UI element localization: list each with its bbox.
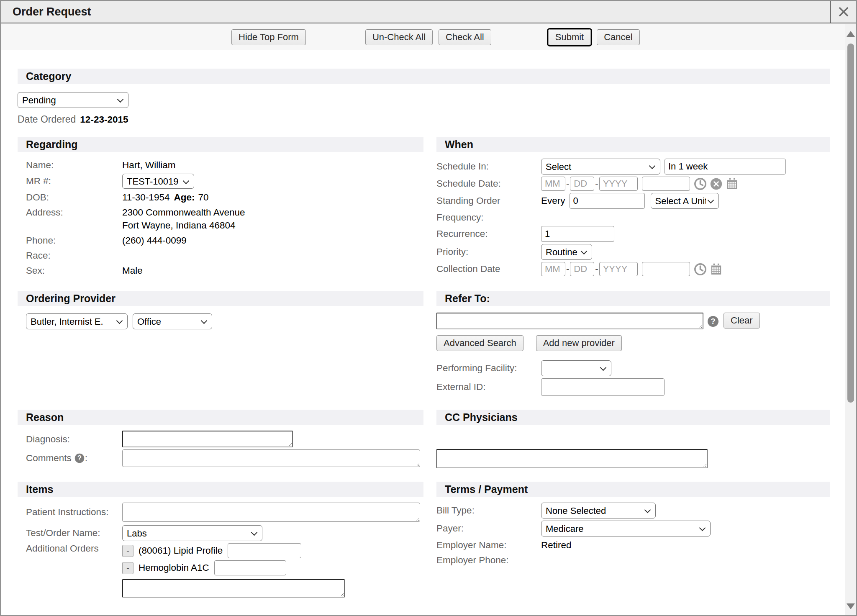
schedule-day-input[interactable]: [570, 177, 594, 191]
cc-physicians-header: CC Physicians: [436, 410, 830, 425]
when-header: When: [436, 137, 830, 152]
add-new-provider-button[interactable]: Add new provider: [536, 335, 622, 351]
bill-type-select-wrap: None Selected: [541, 503, 656, 518]
cc-physicians-section: CC Physicians: [436, 410, 830, 470]
schedule-year-input[interactable]: [599, 177, 638, 191]
terms-payment-section: Terms / Payment Bill Type: None Selected…: [436, 482, 830, 601]
mr-label: MR #:: [18, 176, 122, 187]
schedule-in-select-wrap: Select: [541, 159, 660, 175]
collection-calendar-icon[interactable]: [709, 262, 723, 276]
refer-to-help-icon[interactable]: [707, 315, 719, 328]
form-content: Category Pending Date Ordered 12-23-2015…: [1, 69, 845, 615]
additional-orders-input[interactable]: [122, 579, 345, 598]
cc-physicians-input[interactable]: [436, 449, 708, 468]
when-section: When Schedule In: Select Schedule Date: …: [436, 137, 830, 279]
collection-month-input[interactable]: [541, 262, 565, 276]
refer-to-section: Refer To: Clear Advanced Search Add new …: [436, 291, 830, 398]
standing-order-label: Standing Order: [436, 195, 541, 206]
priority-select[interactable]: Routine: [541, 244, 592, 260]
every-input[interactable]: [570, 193, 645, 209]
title-bar: Order Request: [1, 1, 856, 23]
regarding-section: Regarding Name:Hart, William MR #: TEST-…: [18, 137, 423, 279]
remove-order-button[interactable]: -: [122, 562, 133, 574]
dialog-title: Order Request: [1, 1, 830, 23]
priority-select-wrap: Routine: [541, 244, 592, 260]
unit-select[interactable]: Select A Unit: [651, 193, 719, 209]
remove-order-button[interactable]: -: [122, 545, 133, 557]
collection-year-input[interactable]: [599, 262, 638, 276]
category-select[interactable]: Pending: [18, 92, 128, 108]
provider-select[interactable]: Butler, Internist E.: [26, 313, 128, 329]
scroll-down-arrow[interactable]: [847, 603, 855, 609]
order-label: Hemoglobin A1C: [139, 562, 209, 573]
scroll-up-arrow[interactable]: [847, 31, 855, 37]
advanced-search-button[interactable]: Advanced Search: [436, 335, 523, 351]
patient-instructions-input[interactable]: [122, 503, 420, 522]
every-label: Every: [541, 195, 565, 206]
dialog-body: Hide Top Form Un-Check All Check All Sub…: [1, 24, 845, 615]
date-ordered-value: 12-23-2015: [80, 114, 128, 125]
schedule-in-select[interactable]: Select: [541, 159, 660, 175]
toolbar: Hide Top Form Un-Check All Check All Sub…: [1, 24, 845, 50]
schedule-calendar-icon[interactable]: [725, 177, 739, 191]
recurrence-input[interactable]: [541, 226, 614, 242]
bill-type-select[interactable]: None Selected: [541, 503, 656, 518]
hide-top-form-button[interactable]: Hide Top Form: [231, 29, 306, 45]
test-order-name-label: Test/Order Name:: [18, 528, 122, 539]
provider-location-select-wrap: Office: [133, 313, 212, 329]
name-label: Name:: [18, 160, 122, 171]
test-order-select[interactable]: Labs: [122, 525, 262, 541]
schedule-time-input[interactable]: [642, 177, 690, 191]
submit-button[interactable]: Submit: [548, 29, 591, 45]
clear-button[interactable]: Clear: [724, 313, 760, 329]
comments-help-icon[interactable]: [74, 453, 85, 464]
additional-order-row: - (80061) Lipid Profile: [122, 543, 345, 558]
schedule-in-label: Schedule In:: [436, 161, 541, 172]
age-label: Age:: [174, 192, 195, 203]
external-id-input[interactable]: [541, 378, 665, 396]
mr-number-select[interactable]: TEST-10019: [122, 174, 194, 189]
dob-label: DOB:: [18, 192, 122, 203]
check-all-button[interactable]: Check All: [439, 29, 491, 45]
schedule-clear-icon[interactable]: [709, 177, 723, 191]
scrollbar-thumb[interactable]: [847, 44, 854, 403]
reason-header: Reason: [18, 410, 423, 425]
close-icon: [837, 5, 850, 18]
provider-location-select[interactable]: Office: [133, 313, 212, 329]
performing-facility-select[interactable]: [541, 360, 611, 376]
age-value: 70: [198, 192, 208, 203]
payer-select[interactable]: Medicare: [541, 521, 711, 536]
performing-facility-select-wrap: [541, 360, 611, 376]
schedule-month-input[interactable]: [541, 177, 565, 191]
reason-section: Reason Diagnosis: Comments:: [18, 410, 423, 470]
unit-select-wrap: Select A Unit: [651, 193, 719, 209]
items-section: Items Patient Instructions: Test/Order N…: [18, 482, 423, 601]
comments-input[interactable]: [122, 449, 420, 467]
collection-day-input[interactable]: [570, 262, 594, 276]
recurrence-label: Recurrence:: [436, 228, 541, 239]
category-header: Category: [18, 69, 830, 84]
phone-label: Phone:: [18, 235, 122, 246]
schedule-clock-icon[interactable]: [693, 177, 707, 191]
sex-value: Male: [122, 265, 143, 276]
order-value-input[interactable]: [228, 543, 301, 558]
diagnosis-input[interactable]: [122, 431, 293, 447]
additional-orders-label: Additional Orders: [18, 543, 122, 554]
terms-payment-header: Terms / Payment: [436, 482, 830, 497]
uncheck-all-button[interactable]: Un-Check All: [365, 29, 433, 45]
category-select-wrap: Pending: [18, 92, 128, 108]
comments-label-wrap: Comments:: [18, 453, 122, 464]
patient-instructions-label: Patient Instructions:: [18, 507, 122, 518]
collection-clock-icon[interactable]: [693, 262, 707, 276]
close-button[interactable]: [830, 1, 856, 23]
schedule-in-text-input[interactable]: [665, 159, 786, 175]
employer-name-value: Retired: [541, 540, 572, 551]
order-value-input[interactable]: [214, 560, 286, 575]
address-line2: Fort Wayne, Indiana 46804: [122, 220, 236, 231]
comments-label: Comments: [26, 453, 72, 464]
refer-to-input[interactable]: [436, 313, 703, 329]
refer-to-header: Refer To:: [436, 291, 830, 306]
vertical-scrollbar[interactable]: [845, 24, 856, 615]
collection-time-input[interactable]: [642, 262, 690, 276]
cancel-button[interactable]: Cancel: [597, 29, 639, 45]
